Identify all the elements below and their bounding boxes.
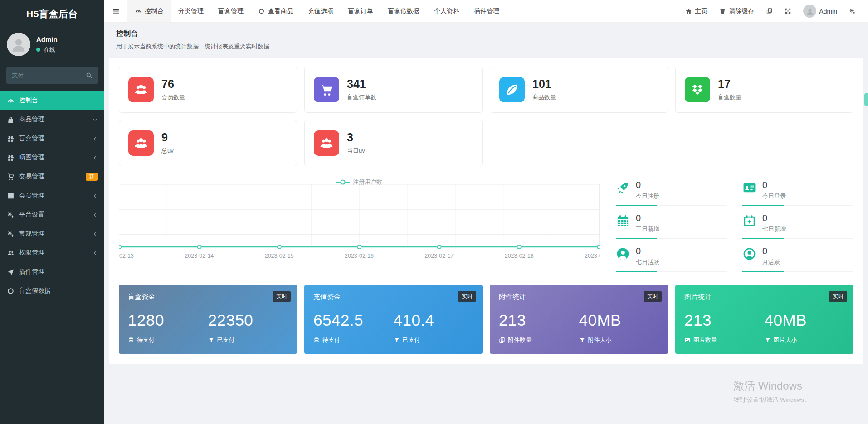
table-icon [7, 192, 15, 200]
tab-label: 盲盒订单 [348, 7, 373, 15]
mini-stat-label: 三日新增 [636, 225, 659, 233]
user-icon [805, 7, 814, 16]
chevron-left-icon [93, 231, 98, 236]
progress-bar [742, 271, 853, 272]
realtime-badge: 实时 [829, 291, 847, 302]
tab-orders[interactable]: 盲盒订单 [341, 0, 380, 22]
sidebar-item-goods[interactable]: 商品管理 [0, 110, 104, 129]
sidebar-item-fake-data[interactable]: 盲盒假数据 [0, 281, 104, 300]
cart-icon [319, 82, 334, 97]
search-button[interactable] [83, 67, 95, 84]
page-title: 控制台 [116, 29, 856, 39]
settings-button[interactable] [843, 0, 862, 22]
navbar-user[interactable]: Admin [797, 0, 843, 22]
shopping-bag-icon [7, 116, 15, 124]
mini-stat-label: 月活跃 [762, 258, 780, 266]
scroll-handle[interactable] [864, 93, 868, 106]
circle-icon [7, 287, 15, 295]
sidebar-item-blindbox[interactable]: 盲盒管理 [0, 129, 104, 148]
card-value: 22350 [208, 311, 288, 329]
stat-card-members: 76会员数量 [119, 67, 297, 113]
tab-label: 盲盒管理 [218, 7, 244, 15]
stat-label: 会员数量 [161, 93, 185, 101]
card-title: 充值资金 [313, 293, 473, 301]
stat-card-orders: 341盲盒订单数 [304, 67, 483, 113]
card-label: 已支付 [217, 336, 235, 344]
clear-cache-button[interactable]: 清除缓存 [713, 0, 760, 22]
card-label: 附件大小 [588, 336, 612, 344]
tab-label: 查看商品 [268, 7, 293, 15]
sidebar-item-members[interactable]: 会员管理 [0, 186, 104, 205]
sidebar-item-photos[interactable]: 晒图管理 [0, 148, 104, 167]
chevron-down-icon [93, 117, 98, 122]
sidebar-item-general[interactable]: 常规管理 [0, 224, 104, 243]
main-content: 控制台 用于展示当前系统中的统计数据、统计报表及重要实时数据 76会员数量 34… [104, 23, 868, 424]
sidebar-item-label: 平台设置 [19, 211, 44, 219]
svg-text:2023-02-14: 2023-02-14 [185, 253, 214, 259]
database-icon [313, 337, 320, 343]
tab-dashboard[interactable]: 控制台 [127, 0, 171, 22]
cogs-icon [7, 230, 15, 238]
stat-card-daily-uv: 3当日uv [304, 120, 483, 166]
card-title: 图片统计 [684, 293, 844, 301]
database-icon [128, 337, 134, 343]
realtime-badge: 实时 [273, 291, 291, 302]
tab-blindbox[interactable]: 盲盒管理 [211, 0, 251, 22]
stat-value: 101 [532, 78, 556, 90]
user-status: 在线 [44, 46, 55, 54]
chart-legend[interactable]: 注册用户数 [336, 178, 382, 186]
sidebar-item-label: 插件管理 [19, 268, 44, 276]
app-title: H5盲盒后台 [0, 0, 104, 28]
user-name: Admin [36, 35, 58, 43]
tab-label: 充值选项 [308, 7, 333, 15]
realtime-badge: 实时 [458, 291, 476, 302]
tab-plugins[interactable]: 插件管理 [467, 0, 507, 22]
tab-view-goods[interactable]: 查看商品 [251, 0, 301, 22]
mini-stat-7day-new: 0七日新增 [742, 212, 853, 239]
dashboard-panel: 76会员数量 341盲盒订单数 101商品数量 17盲盒数量 9总uv 3当日u… [109, 58, 863, 364]
chevron-left-icon [93, 136, 98, 141]
home-link[interactable]: 主页 [679, 0, 713, 22]
stat-label: 盲盒订单数 [347, 93, 376, 101]
mini-stat-label: 七日活跃 [636, 258, 659, 266]
funnel-icon [579, 337, 585, 343]
mini-stat-7day-active: 0七日活跃 [616, 245, 727, 272]
sidebar-toggle-button[interactable] [104, 0, 127, 22]
chevron-left-icon [93, 193, 98, 198]
sidebar-menu: 控制台 商品管理 盲盒管理 晒图管理 交易管理 新 会员管理 [0, 91, 104, 300]
card-recharge-funds: 充值资金 实时 6542.5 410.4 待支付 已支付 [304, 285, 483, 354]
summary-cards: 盲盒资金 实时 1280 22350 待支付 已支付 充值资金 实时 6542.… [119, 285, 853, 354]
image-icon [684, 337, 691, 343]
sidebar-item-permissions[interactable]: 权限管理 [0, 243, 104, 262]
card-value: 40MB [579, 311, 659, 329]
mini-stat-value: 0 [636, 213, 659, 223]
stat-label: 盲盒数量 [718, 93, 741, 101]
tab-label: 分类管理 [178, 7, 204, 15]
top-navbar: 控制台 分类管理 盲盒管理 查看商品 充值选项 盲盒订单 盲盒假数据 个人资料 … [104, 0, 868, 23]
progress-bar [616, 205, 727, 206]
tab-recharge-options[interactable]: 充值选项 [301, 0, 341, 22]
cogs-icon [7, 211, 15, 219]
sidebar-item-dashboard[interactable]: 控制台 [0, 91, 104, 110]
mini-stat-today-register: 0今日注册 [616, 179, 727, 206]
logs-button[interactable] [760, 0, 779, 22]
svg-text:2023-02-13: 2023-02-13 [119, 253, 134, 259]
sidebar-item-label: 常规管理 [19, 230, 44, 238]
registered-users-chart[interactable]: 注册用户数 2023-02-132023-02-142023-02-152023… [119, 178, 600, 272]
copy-icon [499, 337, 505, 343]
users-icon [134, 82, 148, 97]
svg-text:2023-02-16: 2023-02-16 [345, 253, 374, 259]
tab-label: 控制台 [145, 7, 164, 15]
cart-icon [7, 173, 15, 181]
clear-cache-label: 清除缓存 [729, 7, 754, 15]
stat-cards: 76会员数量 341盲盒订单数 101商品数量 17盲盒数量 9总uv 3当日u… [119, 67, 853, 166]
realtime-badge: 实时 [644, 291, 662, 302]
fullscreen-button[interactable] [779, 0, 797, 22]
sidebar-item-trade[interactable]: 交易管理 新 [0, 167, 104, 186]
tab-fake-data[interactable]: 盲盒假数据 [380, 0, 427, 22]
svg-text:2023-02-15: 2023-02-15 [265, 253, 294, 259]
sidebar-item-platform-settings[interactable]: 平台设置 [0, 205, 104, 224]
tab-categories[interactable]: 分类管理 [171, 0, 211, 22]
sidebar-item-plugins[interactable]: 插件管理 [0, 262, 104, 281]
tab-profile[interactable]: 个人资料 [427, 0, 467, 22]
